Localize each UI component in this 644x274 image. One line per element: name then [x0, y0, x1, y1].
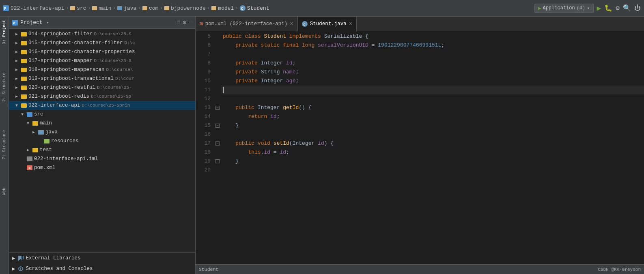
fold-button2[interactable]: − [215, 124, 220, 128]
gear-icon[interactable]: ⚙ [183, 19, 186, 26]
field-name: id [270, 112, 277, 121]
tree-arrow: ▶ [15, 94, 21, 99]
list-item[interactable]: ▼ src [9, 110, 195, 119]
fold-gutter-fold[interactable]: − [214, 103, 221, 112]
structure-panel-toggle[interactable]: 2: Structure [1, 71, 7, 103]
pom-tab[interactable]: m pom.xml (022-interface-api) × [196, 17, 298, 31]
line-num: 14 [196, 112, 211, 121]
line-num: 5 [196, 32, 211, 41]
code-editor: 5 6 7 8 9 10 11 12 13 14 15 16 17 18 19 … [196, 31, 644, 264]
library-icon [18, 256, 24, 261]
list-item[interactable]: ▶ 018-springboot-mapperscan D:\course\ [9, 65, 195, 74]
fold-gutter-line [214, 94, 221, 103]
list-item[interactable]: ▶ 015-springboot-character-filter D:\c [9, 39, 195, 47]
code-line-8: private Integer id; [221, 59, 644, 68]
project-panel-title: Project [20, 19, 43, 26]
fold-button4[interactable]: − [215, 159, 220, 163]
test-folder-icon [32, 148, 38, 152]
folder-icon [21, 50, 27, 54]
fold-gutter-fold2[interactable]: − [214, 121, 221, 130]
punctuation: ; [293, 59, 296, 68]
fold-button[interactable]: − [215, 106, 220, 110]
line-num: 8 [196, 59, 211, 68]
fold-gutter-line [214, 148, 221, 157]
settings-button[interactable]: ⚙ [616, 4, 620, 12]
fold-gutter-fold4[interactable]: − [214, 157, 221, 166]
application-dropdown[interactable]: ▶ Application (4) ▾ [534, 4, 593, 13]
svg-rect-19 [21, 94, 27, 99]
collapse-all-icon[interactable]: ≡ [177, 19, 180, 26]
keyword: public [235, 103, 258, 112]
svg-rect-3 [92, 6, 97, 10]
folder-icon [21, 68, 27, 72]
student-tab-close[interactable]: × [349, 21, 352, 27]
breadcrumb-bj-icon [164, 6, 169, 10]
fold-button3[interactable]: − [215, 141, 220, 146]
code-line-15: } [221, 121, 644, 130]
debug-button[interactable]: 🐛 [604, 4, 612, 12]
list-item[interactable]: ▶ 019-springboot-transactional D:\cour [9, 74, 195, 83]
keyword: private [235, 68, 261, 77]
svg-rect-4 [117, 6, 122, 10]
list-item[interactable]: ▶ test [9, 146, 195, 154]
resources-folder-icon [44, 139, 50, 143]
line-num: 7 [196, 50, 211, 59]
list-item[interactable]: ▶ 020-springboot-restful D:\course\25- [9, 83, 195, 92]
breadcrumb-bjpowernode[interactable]: bjpowernode [171, 5, 206, 11]
breadcrumb-src[interactable]: src [77, 5, 86, 11]
punctuation: ; [286, 148, 289, 157]
keyword: long [302, 41, 318, 50]
punctuation: . [261, 148, 264, 157]
student-tab-label: Student.java [310, 21, 347, 27]
tree-arrow: ▶ [15, 49, 21, 54]
code-line-11[interactable] [221, 86, 644, 94]
power-button[interactable]: ⏻ [634, 4, 641, 12]
fold-gutter-line [214, 41, 221, 50]
svg-rect-15 [21, 59, 27, 63]
keyword: public [223, 32, 245, 41]
list-item[interactable]: resources [9, 137, 195, 146]
list-item[interactable]: m pom.xml [9, 163, 195, 172]
watermark-text: CSDN @KK-Greyson [598, 267, 641, 272]
web-panel-toggle[interactable]: Web [1, 186, 7, 197]
list-item[interactable]: ▶ java [9, 128, 195, 137]
list-item[interactable]: ▶ 016-springboot-character-properties [9, 47, 195, 56]
structure2-panel-toggle[interactable]: 7: Structure [1, 128, 7, 161]
list-item[interactable]: ▼ 022-interface-api D:\course\25-Sprin [9, 101, 195, 110]
breadcrumb-project[interactable]: 022-interface-api [11, 5, 65, 11]
scratches-item[interactable]: ▶ Scratches and Consoles [9, 263, 195, 274]
run-button[interactable]: ▶ [597, 4, 601, 13]
breadcrumb-student[interactable]: Student [247, 5, 269, 11]
pom-tab-close[interactable]: × [290, 21, 293, 27]
svg-rect-30 [23, 256, 24, 259]
project-panel-toggle[interactable]: 1: Project [1, 18, 7, 46]
project-dropdown-arrow[interactable]: ▾ [47, 20, 49, 25]
list-item[interactable]: 022-interface-api.iml [9, 154, 195, 163]
folder-icon [21, 41, 27, 45]
breadcrumb-main[interactable]: main [99, 5, 111, 11]
list-item[interactable]: ▼ main [9, 119, 195, 128]
student-tab[interactable]: C Student.java × [298, 17, 357, 31]
project-panel: P Project ▾ ≡ ⚙ − ▶ 014-springboot-filte… [9, 17, 196, 274]
bottom-bar: Student CSDN @KK-Greyson [196, 264, 644, 274]
breadcrumb-java[interactable]: java [124, 5, 136, 11]
list-item[interactable]: ▶ 014-springboot-filter D:\course\25-S [9, 30, 195, 39]
code-content[interactable]: public class Student implements Serializ… [221, 31, 644, 264]
breadcrumb-com[interactable]: com [149, 5, 158, 11]
tree-arrow: ▶ [27, 148, 32, 152]
keyword: implements [289, 32, 324, 41]
line-num: 19 [196, 157, 211, 166]
list-item[interactable]: ▶ 021-springboot-redis D:\course\25-Sp [9, 92, 195, 101]
tree-arrow: ▶ [32, 130, 38, 135]
external-libraries-item[interactable]: ▶ External Libraries [9, 253, 195, 263]
field-name: id [318, 139, 324, 148]
punctuation: ; [277, 112, 280, 121]
close-panel-icon[interactable]: − [189, 19, 192, 26]
breadcrumb-model[interactable]: model [218, 5, 234, 11]
code-line-7 [221, 50, 644, 59]
search-button[interactable]: 🔍 [623, 4, 631, 12]
project-bottom: ▶ External Libraries ▶ Scratches and Con… [9, 253, 195, 274]
fold-gutter-fold3[interactable]: − [214, 139, 221, 148]
java-folder-icon [38, 130, 44, 135]
list-item[interactable]: ▶ 017-springboot-mapper D:\course\25-S [9, 56, 195, 65]
